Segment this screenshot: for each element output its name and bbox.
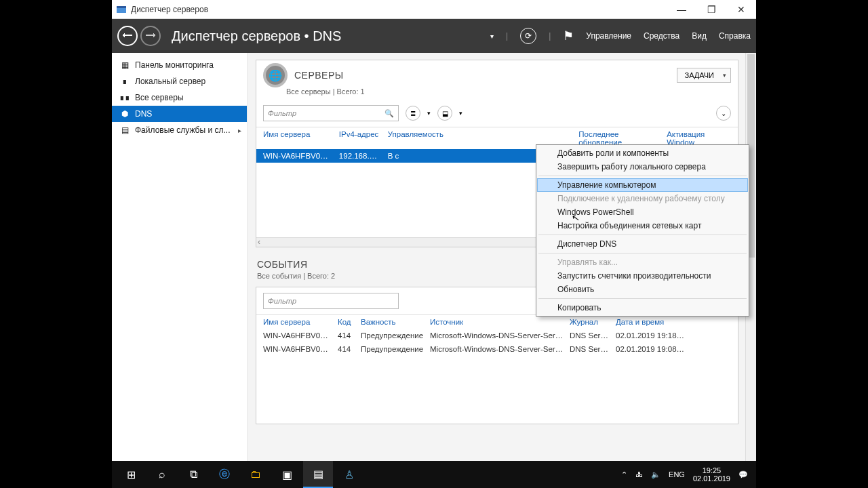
cell: Microsoft-Windows-DNS-Server-Service xyxy=(430,331,570,340)
cm-remote-desktop[interactable]: Подключение к удаленному рабочему столу xyxy=(537,192,748,205)
start-button[interactable]: ⊞ xyxy=(116,461,146,488)
svg-rect-1 xyxy=(117,6,126,8)
cm-refresh[interactable]: Обновить xyxy=(537,283,748,296)
sidebar-item-local-server[interactable]: ∎ Локальный сервер xyxy=(112,73,247,89)
taskbar-cmd[interactable]: ▣ xyxy=(272,461,302,488)
sidebar: ▦ Панель мониторинга ∎ Локальный сервер … xyxy=(112,53,248,461)
events-table-row[interactable]: WIN-VA6HFBV0M5S 414 Предупреждение Micro… xyxy=(256,342,738,356)
cell: Предупреждение xyxy=(361,345,430,353)
sidebar-item-label: Все серверы xyxy=(135,93,184,102)
cm-manage-as[interactable]: Управлять как... xyxy=(537,256,748,269)
sidebar-item-label: DNS xyxy=(135,109,152,119)
dashboard-icon: ▦ xyxy=(120,60,130,70)
titlebar: Диспетчер серверов — ❐ ✕ xyxy=(112,0,756,19)
header-bar: 🠔 🠖 Диспетчер серверов • DNS ▾ | ⟳ | ⚑ У… xyxy=(112,19,756,53)
minimize-button[interactable]: — xyxy=(667,0,696,19)
sidebar-item-all-servers[interactable]: ∎∎ Все серверы xyxy=(112,89,247,106)
refresh-button[interactable]: ⟳ xyxy=(520,28,536,44)
sidebar-item-file-services[interactable]: ▤ Файловые службы и сл... ▸ xyxy=(112,122,247,138)
search-button[interactable]: ⌕ xyxy=(147,461,177,488)
system-tray: ⌃ 🖧 🔈 ENG 19:25 02.01.2019 💬 xyxy=(621,466,752,483)
col-code[interactable]: Код xyxy=(338,318,361,326)
servers-subtitle: Все серверы | Всего: 1 xyxy=(286,87,738,100)
cell: 02.01.2019 19:08:42 xyxy=(616,345,690,353)
col-name[interactable]: Имя сервера xyxy=(263,318,338,326)
servers-icon: ∎∎ xyxy=(120,93,130,102)
sidebar-item-label: Локальный сервер xyxy=(135,77,205,86)
tray-date: 02.01.2019 xyxy=(693,474,730,483)
events-table-row[interactable]: WIN-VA6HFBV0M5S 414 Предупреждение Micro… xyxy=(256,329,738,342)
servers-filter-input[interactable]: Фильтр 🔍 xyxy=(263,105,399,121)
cell: DNS Server xyxy=(570,331,616,340)
cell: 414 xyxy=(338,331,361,340)
cm-shutdown-local[interactable]: Завершить работу локального сервера xyxy=(537,160,748,174)
taskbar: ⊞ ⌕ ⧉ ⓔ 🗀 ▣ ▤ ♙ ⌃ 🖧 🔈 ENG 19:25 02.01.20… xyxy=(112,461,756,488)
breadcrumb-page: DNS xyxy=(313,28,341,43)
cm-separator xyxy=(538,298,747,299)
sidebar-item-label: Панель мониторинга xyxy=(135,60,214,70)
col-name[interactable]: Имя сервера xyxy=(263,130,339,146)
server-manager-window: Диспетчер серверов — ❐ ✕ 🠔 🠖 Диспетчер с… xyxy=(112,0,756,461)
taskbar-app[interactable]: ♙ xyxy=(334,461,364,488)
nav-back-button[interactable]: 🠔 xyxy=(117,26,138,46)
cm-perf-counters[interactable]: Запустить счетчики производительности xyxy=(537,269,748,283)
close-button[interactable]: ✕ xyxy=(726,0,756,19)
taskbar-server-manager[interactable]: ▤ xyxy=(303,461,333,488)
servers-tasks-button[interactable]: ЗАДАЧИ xyxy=(677,68,731,83)
col-source[interactable]: Источник xyxy=(430,318,570,326)
taskbar-ie[interactable]: ⓔ xyxy=(210,461,239,488)
cm-nic-teaming[interactable]: Настройка объединения сетевых карт xyxy=(537,219,748,232)
content-area: 🌐 СЕРВЕРЫ ЗАДАЧИ Все серверы | Всего: 1 … xyxy=(248,53,756,461)
notifications-flag-icon[interactable]: ⚑ xyxy=(563,28,574,43)
col-datetime[interactable]: Дата и время xyxy=(616,318,690,326)
col-severity[interactable]: Важность xyxy=(361,318,430,326)
sidebar-item-dns[interactable]: ⬢ DNS xyxy=(112,106,247,122)
tray-language[interactable]: ENG xyxy=(669,470,685,479)
cell: Microsoft-Windows-DNS-Server-Service xyxy=(430,345,570,353)
tray-action-center-icon[interactable]: 💬 xyxy=(738,470,748,479)
breadcrumb-sep: • xyxy=(304,28,313,43)
task-view-button[interactable]: ⧉ xyxy=(178,461,208,488)
cm-dns-manager[interactable]: Диспетчер DNS xyxy=(537,237,748,251)
tray-clock[interactable]: 19:25 02.01.2019 xyxy=(693,466,730,483)
cm-computer-management[interactable]: Управление компьютером xyxy=(537,178,748,192)
sidebar-item-dashboard[interactable]: ▦ Панель мониторинга xyxy=(112,57,247,73)
menu-tools[interactable]: Средства xyxy=(644,31,679,41)
expand-collapse-button[interactable]: ⌄ xyxy=(716,106,731,121)
cell: WIN-VA6HFBV0M5S xyxy=(263,331,338,340)
menu-manage[interactable]: Управление xyxy=(586,31,631,41)
cm-copy[interactable]: Копировать xyxy=(537,301,748,314)
files-icon: ▤ xyxy=(120,125,130,135)
cell-name: WIN-VA6HFBV0M5S xyxy=(263,152,339,160)
filter-placeholder: Фильтр xyxy=(268,109,296,117)
app-icon xyxy=(116,4,127,15)
menu-view[interactable]: Вид xyxy=(692,31,707,41)
tray-time: 19:25 xyxy=(693,466,730,474)
header-dropdown-icon[interactable]: ▾ xyxy=(490,33,494,40)
cm-separator xyxy=(538,253,747,253)
filter-options-button[interactable]: ≣ xyxy=(406,106,420,121)
cm-powershell[interactable]: Windows PowerShell xyxy=(537,205,748,219)
dns-icon: ⬢ xyxy=(120,109,130,119)
taskbar-explorer[interactable]: 🗀 xyxy=(241,461,271,488)
context-menu: Добавить роли и компоненты Завершить раб… xyxy=(536,144,749,317)
maximize-button[interactable]: ❐ xyxy=(696,0,726,19)
cm-add-roles[interactable]: Добавить роли и компоненты xyxy=(537,146,748,160)
col-ip[interactable]: IPv4-адрес xyxy=(339,130,388,146)
cell: Предупреждение xyxy=(361,331,430,340)
search-icon[interactable]: 🔍 xyxy=(384,109,394,118)
cell-ip: 192.168.7.88 xyxy=(339,152,388,160)
events-filter-input[interactable]: Фильтр xyxy=(263,293,399,309)
tray-chevron-up-icon[interactable]: ⌃ xyxy=(621,470,627,479)
tray-volume-icon[interactable]: 🔈 xyxy=(651,470,660,479)
chevron-right-icon: ▸ xyxy=(238,127,241,134)
events-table: Имя сервера Код Важность Источник Журнал… xyxy=(256,314,738,424)
col-journal[interactable]: Журнал xyxy=(570,318,616,326)
tray-network-icon[interactable]: 🖧 xyxy=(635,470,643,479)
filter-save-button[interactable]: ⬓ xyxy=(437,106,452,121)
nav-forward-button[interactable]: 🠖 xyxy=(140,26,161,46)
window-title: Диспетчер серверов xyxy=(131,5,208,14)
events-title: СОБЫТИЯ xyxy=(257,259,308,270)
menu-help[interactable]: Справка xyxy=(719,31,751,41)
filter-placeholder: Фильтр xyxy=(268,297,296,305)
